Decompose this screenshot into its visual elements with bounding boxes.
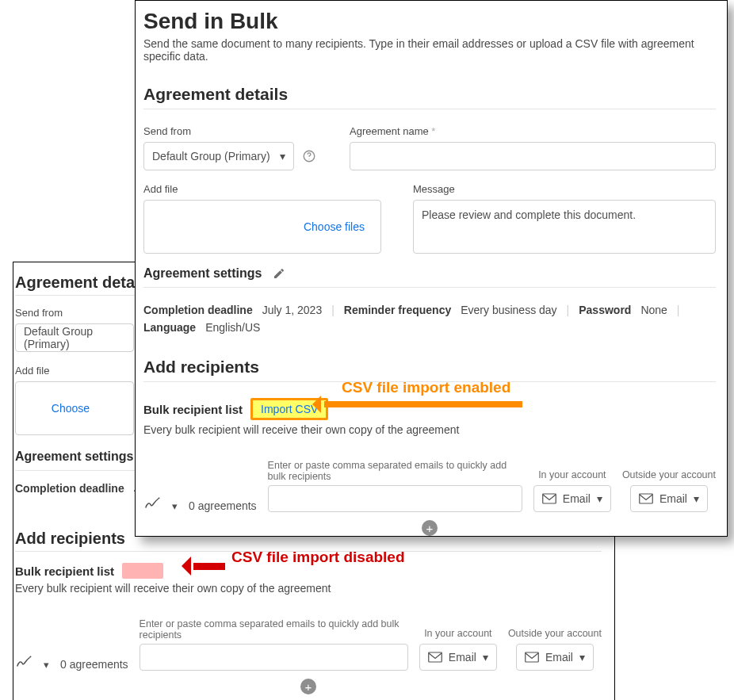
agreement-name-input[interactable] bbox=[350, 142, 716, 170]
completion-deadline-label: Completion deadline bbox=[143, 304, 253, 316]
in-account-col: In your account Email ▾ bbox=[419, 628, 497, 671]
recipient-footer: ▾ 0 agreements Enter or paste comma sepa… bbox=[143, 460, 716, 512]
svg-point-3 bbox=[308, 159, 309, 159]
front-panel: Send in Bulk Send the same document to m… bbox=[135, 0, 728, 537]
out-account-col: Outside your account Email ▾ bbox=[622, 469, 716, 512]
send-from-value: Default Group (Primary) bbox=[24, 325, 125, 350]
emails-hint: Enter or paste comma separated emails to… bbox=[140, 618, 408, 641]
reminder-frequency-label: Reminder frequency bbox=[344, 304, 451, 316]
agreement-details-heading: Agreement details bbox=[143, 85, 716, 104]
bulk-recipient-desc: Every bulk recipient will receive their … bbox=[15, 582, 602, 595]
page-title: Send in Bulk bbox=[143, 9, 716, 34]
in-account-select[interactable]: Email ▾ bbox=[533, 485, 611, 512]
send-from-label: Send from bbox=[143, 125, 318, 137]
svg-rect-5 bbox=[640, 494, 653, 503]
annotation-enabled: CSV file import enabled bbox=[342, 379, 510, 396]
add-file-dropzone[interactable]: Choose files bbox=[143, 200, 381, 254]
bp-add-recipients: Add recipients Bulk recipient list CSV f… bbox=[13, 518, 614, 694]
message-textarea[interactable]: Please review and complete this document… bbox=[413, 200, 716, 254]
mail-icon bbox=[542, 493, 556, 504]
in-account-label: In your account bbox=[424, 628, 491, 639]
svg-rect-1 bbox=[526, 652, 539, 662]
chevron-down-icon: ▾ bbox=[694, 492, 699, 505]
out-account-chip-text: Email bbox=[659, 492, 687, 505]
add-file-label: Add file bbox=[143, 183, 381, 195]
bulk-emails-input[interactable] bbox=[268, 485, 522, 512]
arrow-orange-icon bbox=[324, 401, 522, 407]
language-label: Language bbox=[143, 321, 196, 334]
choose-files-link[interactable]: Choose files bbox=[304, 220, 365, 233]
chevron-down-icon[interactable]: ▾ bbox=[172, 500, 178, 512]
out-account-label: Outside your account bbox=[622, 469, 716, 480]
out-account-select[interactable]: Email ▾ bbox=[630, 485, 708, 512]
chevron-down-icon: ▾ bbox=[280, 150, 285, 163]
in-account-select[interactable]: Email ▾ bbox=[419, 644, 497, 671]
signer-role-icon[interactable] bbox=[15, 653, 32, 671]
add-recipients-heading: Add recipients bbox=[143, 358, 716, 377]
emails-hint: Enter or paste comma separated emails to… bbox=[268, 460, 522, 482]
required-mark: * bbox=[431, 125, 435, 137]
agreements-count: 0 agreements bbox=[60, 658, 128, 671]
recipient-footer: ▾ 0 agreements Enter or paste comma sepa… bbox=[15, 618, 602, 671]
in-account-col: In your account Email ▾ bbox=[533, 469, 611, 512]
arrow-red-icon bbox=[193, 563, 225, 570]
send-from-value: Default Group (Primary) bbox=[152, 150, 270, 163]
in-account-chip-text: Email bbox=[449, 651, 476, 664]
completion-deadline-label: Completion deadline bbox=[15, 482, 124, 495]
message-label: Message bbox=[413, 183, 716, 195]
divider bbox=[143, 287, 716, 288]
svg-rect-0 bbox=[429, 652, 442, 662]
send-from-select[interactable]: Default Group (Primary) bbox=[15, 323, 134, 352]
signer-role-icon[interactable] bbox=[143, 495, 161, 512]
out-account-label: Outside your account bbox=[508, 628, 602, 639]
agreements-count: 0 agreements bbox=[189, 499, 257, 512]
chevron-down-icon[interactable]: ▾ bbox=[44, 659, 49, 671]
choose-files-link[interactable]: Choose bbox=[52, 402, 90, 415]
in-account-label: In your account bbox=[538, 469, 606, 480]
message-value: Please review and complete this document… bbox=[422, 208, 636, 221]
password-value: None bbox=[640, 304, 667, 316]
help-icon[interactable] bbox=[302, 149, 316, 163]
agreement-settings-heading: Agreement settings bbox=[15, 449, 133, 464]
completion-deadline-value: July 1, 2023 bbox=[262, 304, 323, 316]
edit-icon[interactable] bbox=[273, 267, 285, 280]
bulk-recipient-list-label: Bulk recipient list bbox=[15, 564, 114, 578]
add-row-button[interactable]: + bbox=[300, 679, 316, 694]
agreement-name-label: Agreement name * bbox=[350, 125, 716, 137]
bulk-recipient-desc: Every bulk recipient will receive their … bbox=[143, 423, 716, 436]
import-csv-disabled-slot bbox=[122, 563, 163, 579]
import-csv-button[interactable]: Import CSV bbox=[250, 398, 328, 420]
bulk-emails-input[interactable] bbox=[140, 644, 408, 671]
agreement-settings-heading: Agreement settings bbox=[143, 266, 262, 281]
reminder-frequency-value: Every business day bbox=[461, 304, 556, 316]
page-subtitle: Send the same document to many recipient… bbox=[143, 37, 716, 63]
language-value: English/US bbox=[205, 321, 260, 334]
mail-icon bbox=[639, 493, 653, 504]
out-account-select[interactable]: Email ▾ bbox=[516, 644, 594, 671]
chevron-down-icon: ▾ bbox=[579, 651, 585, 664]
add-file-dropzone[interactable]: Choose bbox=[15, 381, 134, 435]
settings-summary: Completion deadline July 1, 2023 | Remin… bbox=[143, 304, 716, 334]
mail-icon bbox=[428, 652, 442, 663]
in-account-chip-text: Email bbox=[563, 492, 591, 505]
chevron-down-icon: ▾ bbox=[483, 651, 488, 664]
divider bbox=[143, 109, 716, 109]
svg-rect-4 bbox=[543, 494, 556, 503]
out-account-col: Outside your account Email ▾ bbox=[508, 628, 602, 671]
send-from-select[interactable]: Default Group (Primary) ▾ bbox=[143, 142, 294, 170]
chevron-down-icon: ▾ bbox=[597, 492, 602, 505]
add-row-button[interactable]: + bbox=[422, 520, 438, 536]
mail-icon bbox=[525, 652, 539, 663]
divider bbox=[15, 551, 602, 552]
bulk-recipient-list-label: Bulk recipient list bbox=[143, 403, 243, 416]
out-account-chip-text: Email bbox=[545, 651, 573, 664]
password-label: Password bbox=[579, 304, 631, 316]
